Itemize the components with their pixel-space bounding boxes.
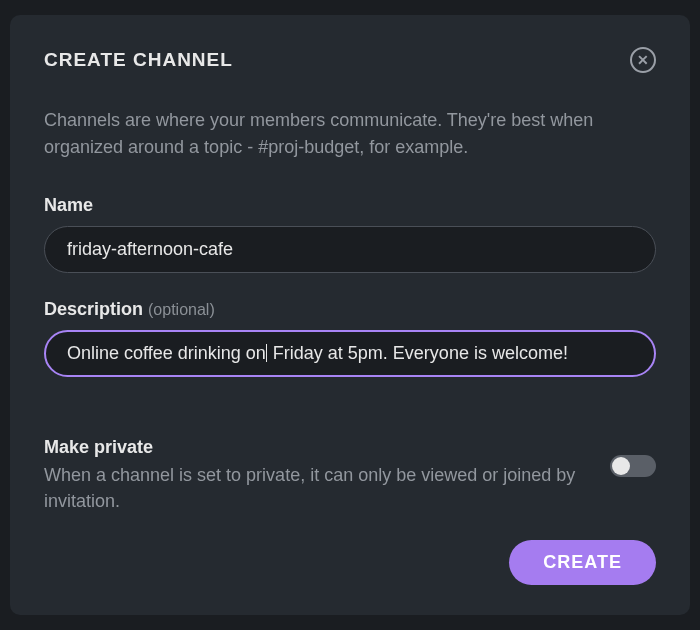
- optional-hint: (optional): [148, 301, 215, 318]
- intro-text: Channels are where your members communic…: [44, 107, 656, 161]
- make-private-toggle[interactable]: [610, 455, 656, 477]
- modal-header: CREATE CHANNEL ✕: [44, 47, 656, 73]
- make-private-text: Make private When a channel is set to pr…: [44, 437, 580, 514]
- text-cursor: [266, 344, 267, 362]
- close-button[interactable]: ✕: [630, 47, 656, 73]
- create-channel-modal: CREATE CHANNEL ✕ Channels are where your…: [10, 15, 690, 615]
- description-field-group: Description (optional) Online coffee dri…: [44, 299, 656, 377]
- make-private-title: Make private: [44, 437, 580, 458]
- name-field-group: Name: [44, 195, 656, 273]
- description-input[interactable]: Online coffee drinking on Friday at 5pm.…: [44, 330, 656, 377]
- create-button[interactable]: CREATE: [509, 540, 656, 585]
- make-private-section: Make private When a channel is set to pr…: [44, 437, 656, 514]
- make-private-description: When a channel is set to private, it can…: [44, 462, 580, 514]
- name-label: Name: [44, 195, 656, 216]
- description-label: Description (optional): [44, 299, 656, 320]
- modal-title: CREATE CHANNEL: [44, 49, 233, 71]
- modal-footer: CREATE: [44, 540, 656, 585]
- close-icon: ✕: [630, 47, 656, 73]
- toggle-knob: [612, 457, 630, 475]
- name-input[interactable]: [44, 226, 656, 273]
